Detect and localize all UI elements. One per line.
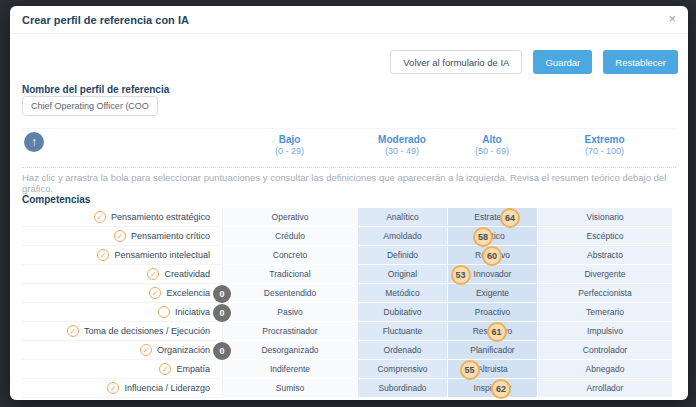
check-icon[interactable]: ✓ <box>140 344 152 356</box>
competency-row: ✓ Pensamiento estratégico Operativo Anal… <box>22 208 672 227</box>
term-cell-high: Estratega <box>447 208 537 227</box>
check-icon[interactable]: ✓ <box>67 325 79 337</box>
band-range: (30 - 49) <box>357 146 447 156</box>
check-icon[interactable]: ✓ <box>94 211 106 223</box>
score-badge[interactable]: 0 <box>213 285 231 303</box>
band-label: Alto <box>447 134 537 145</box>
reset-button[interactable]: Restablecer <box>603 50 678 74</box>
term-cell-moderate: Subordinado <box>357 379 447 398</box>
competency-row: ✓ Pensamiento crítico Crédulo Amoldado C… <box>22 227 672 246</box>
competency-row: ✓ Influencia / Liderazgo Sumiso Subordin… <box>22 379 672 398</box>
competency-row: ✓ Pensamiento intelectual Concreto Defin… <box>22 246 672 265</box>
term-cell-extreme: Divergente <box>537 265 672 284</box>
scale-header: ↑ Bajo (0 - 29) Moderado (30 - 49) Alto … <box>22 128 676 168</box>
term-cell-extreme: Abnegado <box>537 360 672 379</box>
check-icon[interactable]: ✓ <box>97 249 109 261</box>
check-icon[interactable]: ✓ <box>114 230 126 242</box>
competencies-heading: Competencias <box>22 194 90 205</box>
term-cell-extreme: Arrollador <box>537 379 672 398</box>
term-cell-low: Operativo <box>222 208 357 227</box>
term-cell-moderate: Dubitativo <box>357 303 447 322</box>
competency-table: ✓ Pensamiento estratégico Operativo Anal… <box>22 208 672 398</box>
competency-label: Pensamiento crítico <box>131 231 210 241</box>
score-badge[interactable]: 62 <box>491 379 511 399</box>
band-header-bajo: Bajo (0 - 29) <box>222 134 357 156</box>
term-cell-low: Desentendido <box>222 284 357 303</box>
term-cell-extreme: Abstracto <box>537 246 672 265</box>
competency-label: Excelencia <box>166 288 210 298</box>
term-cell-moderate: Ordenado <box>357 341 447 360</box>
modal-title: Crear perfil de referencia con IA <box>22 14 189 26</box>
competency-label-cell: Iniciativa <box>22 303 222 322</box>
term-cell-extreme: Impulsivo <box>537 322 672 341</box>
competency-label-cell: ✓ Pensamiento estratégico <box>22 208 222 227</box>
competency-label: Pensamiento intelectual <box>114 250 210 260</box>
competency-label: Creatividad <box>164 269 210 279</box>
term-cell-high: Planificador <box>447 341 537 360</box>
term-cell-low: Desorganizado <box>222 341 357 360</box>
instructions-text: Haz clic y arrastra la bola para selecci… <box>22 172 676 194</box>
competency-label: Influencia / Liderazgo <box>124 383 210 393</box>
term-cell-low: Concreto <box>222 246 357 265</box>
term-cell-moderate: Definido <box>357 246 447 265</box>
band-range: (0 - 29) <box>222 146 357 156</box>
term-cell-moderate: Comprensivo <box>357 360 447 379</box>
upload-icon[interactable]: ↑ <box>24 132 44 152</box>
competency-row: ✓ Creatividad Tradicional Original Innov… <box>22 265 672 284</box>
term-cell-low: Tradicional <box>222 265 357 284</box>
term-cell-low: Sumiso <box>222 379 357 398</box>
band-range: (70 - 100) <box>537 146 672 156</box>
term-cell-moderate: Amoldado <box>357 227 447 246</box>
check-icon[interactable]: ✓ <box>107 382 119 394</box>
competency-row: ✓ Excelencia Desentendido Metódico Exige… <box>22 284 672 303</box>
term-cell-moderate: Metódico <box>357 284 447 303</box>
check-icon[interactable] <box>158 306 170 318</box>
band-header-extremo: Extremo (70 - 100) <box>537 134 672 156</box>
competency-label-cell: ✓ Organización <box>22 341 222 360</box>
score-badge[interactable]: 60 <box>482 246 502 266</box>
close-icon[interactable]: × <box>668 12 676 26</box>
competency-label: Pensamiento estratégico <box>111 212 210 222</box>
competency-row: ✓ Toma de decisiones / Ejecución Procras… <box>22 322 672 341</box>
term-cell-moderate: Analítico <box>357 208 447 227</box>
band-label: Bajo <box>222 134 357 145</box>
check-icon[interactable]: ✓ <box>147 268 159 280</box>
band-label: Moderado <box>357 134 447 145</box>
term-cell-extreme: Visionario <box>537 208 672 227</box>
term-cell-extreme: Controlador <box>537 341 672 360</box>
save-button[interactable]: Guardar <box>533 50 592 74</box>
competency-label-cell: ✓ Excelencia <box>22 284 222 303</box>
band-range: (50 - 69) <box>447 146 537 156</box>
ai-reference-profile-modal: Crear perfil de referencia con IA × Volv… <box>10 6 688 400</box>
back-to-ai-form-button[interactable]: Volver al formulario de IA <box>390 50 522 74</box>
competency-label-cell: ✓ Empatía <box>22 360 222 379</box>
term-cell-low: Indiferente <box>222 360 357 379</box>
modal-header: Crear perfil de referencia con IA × <box>10 6 688 34</box>
toolbar: Volver al formulario de IA Guardar Resta… <box>390 50 678 74</box>
score-badge[interactable]: 64 <box>500 208 520 228</box>
band-header-moderado: Moderado (30 - 49) <box>357 134 447 156</box>
score-badge[interactable]: 0 <box>213 304 231 322</box>
term-cell-low: Procrastinador <box>222 322 357 341</box>
term-cell-low: Crédulo <box>222 227 357 246</box>
term-cell-moderate: Fluctuante <box>357 322 447 341</box>
term-cell-high: Exigente <box>447 284 537 303</box>
profile-name-input[interactable] <box>22 96 158 116</box>
competency-row: Iniciativa Pasivo Dubitativo Proactivo T… <box>22 303 672 322</box>
term-cell-extreme: Escéptico <box>537 227 672 246</box>
check-icon[interactable]: ✓ <box>149 287 161 299</box>
term-cell-moderate: Original <box>357 265 447 284</box>
term-cell-extreme: Temerario <box>537 303 672 322</box>
score-badge[interactable]: 61 <box>487 322 507 342</box>
check-icon[interactable]: ✓ <box>159 363 171 375</box>
competency-label-cell: ✓ Pensamiento intelectual <box>22 246 222 265</box>
term-cell-low: Pasivo <box>222 303 357 322</box>
term-cell-extreme: Perfeccionista <box>537 284 672 303</box>
competency-label-cell: ✓ Pensamiento crítico <box>22 227 222 246</box>
competency-label-cell: ✓ Influencia / Liderazgo <box>22 379 222 398</box>
score-badge[interactable]: 58 <box>473 227 493 247</box>
score-badge[interactable]: 53 <box>451 265 471 285</box>
score-badge[interactable]: 0 <box>213 342 231 360</box>
score-badge[interactable]: 55 <box>460 360 480 380</box>
competency-row: ✓ Organización Desorganizado Ordenado Pl… <box>22 341 672 360</box>
